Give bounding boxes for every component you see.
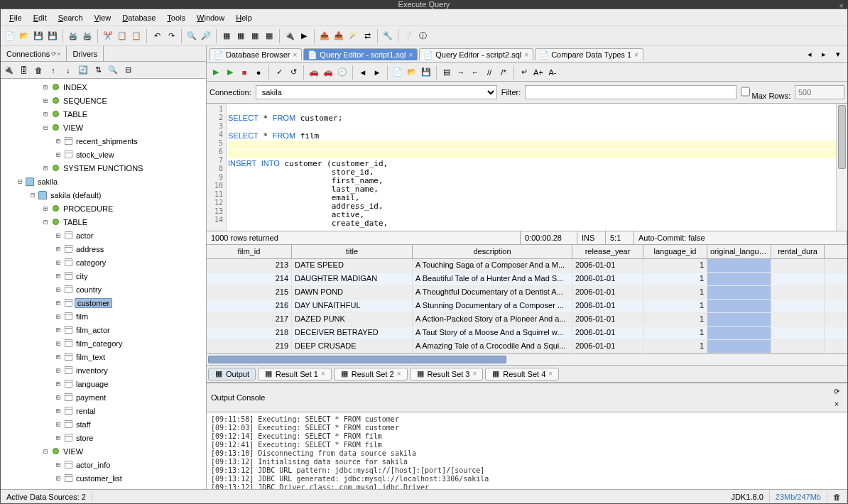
expand-icon[interactable]: ⊞: [55, 326, 62, 334]
next-icon[interactable]: ►: [371, 66, 384, 79]
save-icon[interactable]: 💾: [32, 30, 45, 43]
result-tab[interactable]: ▦Output: [208, 368, 256, 380]
result-tab-close-icon[interactable]: ×: [472, 370, 477, 378]
tree-item-view[interactable]: ⊟VIEW: [1, 444, 206, 458]
table-row[interactable]: 219DEEP CRUSADEA Amazing Tale of a Croco…: [207, 340, 847, 354]
expand-icon[interactable]: ⊞: [55, 420, 62, 428]
tab-close-icon[interactable]: ×: [634, 51, 638, 59]
expand-icon[interactable]: ⊞: [55, 245, 62, 253]
expand-icon[interactable]: ⊞: [55, 393, 62, 401]
column-header[interactable]: language_id: [643, 245, 707, 258]
expand-icon[interactable]: ⊞: [55, 407, 62, 415]
gc-icon[interactable]: 🗑: [827, 491, 847, 503]
delete-icon[interactable]: 🗑: [32, 64, 45, 77]
tree-item-country[interactable]: ⊞country: [1, 283, 206, 296]
result-tab[interactable]: ▦Result Set 2×: [334, 368, 408, 380]
commit-icon[interactable]: ✓: [273, 66, 286, 79]
result-tab[interactable]: ▦Result Set 1×: [258, 368, 332, 380]
expand-icon[interactable]: ⊞: [55, 285, 62, 293]
tab-next-icon[interactable]: ▸: [817, 48, 830, 61]
expand-icon[interactable]: ⊞: [55, 137, 62, 145]
import-icon[interactable]: 📥: [332, 30, 345, 43]
down-icon[interactable]: ↓: [62, 64, 75, 77]
grid-hscrollbar[interactable]: [207, 354, 847, 365]
font-dec-icon[interactable]: A-: [546, 66, 559, 79]
maxrows-checkbox[interactable]: [741, 84, 750, 99]
table-row[interactable]: 213DATE SPEEDA Touching Saga of a Compos…: [207, 259, 847, 273]
car2-icon[interactable]: 🚗: [322, 66, 335, 79]
tree-item-film-text[interactable]: ⊞film_text: [1, 350, 206, 363]
tree-item-store[interactable]: ⊞store: [1, 431, 206, 444]
menu-edit[interactable]: Edit: [28, 12, 53, 23]
tree-item-recent-shipments[interactable]: ⊞recent_shipments: [1, 134, 206, 148]
print-preview-icon[interactable]: 🖨️: [81, 30, 94, 43]
expand-icon[interactable]: ⊟: [42, 447, 49, 455]
result-tab[interactable]: ▦Result Set 3×: [410, 368, 484, 380]
expand-icon[interactable]: ⊞: [55, 380, 62, 388]
tree-item-sequence[interactable]: ⊞SEQUENCE: [1, 94, 206, 107]
sort-icon[interactable]: ⇅: [92, 64, 104, 77]
expand-icon[interactable]: ⊞: [55, 299, 62, 307]
result-tab[interactable]: ▦Result Set 4×: [485, 368, 559, 380]
tree-item-actor[interactable]: ⊞actor: [1, 229, 206, 242]
save-as-icon[interactable]: 💾: [46, 30, 59, 43]
maxrows-input[interactable]: [795, 85, 844, 99]
column-header[interactable]: original_languag...: [707, 245, 771, 258]
editor-save-icon[interactable]: 💾: [420, 66, 433, 79]
expand-icon[interactable]: ⊞: [42, 164, 49, 172]
output-pin-icon[interactable]: ⟳: [830, 385, 843, 398]
tree-item-customer[interactable]: ⊞customer: [1, 296, 206, 309]
pin-icon[interactable]: ⟳×: [51, 50, 60, 57]
tree-item-customer-list[interactable]: ⊞customer_list: [1, 471, 206, 485]
tree-item-film[interactable]: ⊞film: [1, 309, 206, 323]
prev-icon[interactable]: ◄: [357, 66, 369, 79]
new-file-icon[interactable]: 📄: [4, 30, 16, 43]
tree-item-payment[interactable]: ⊞payment: [1, 390, 206, 404]
drivers-tab[interactable]: Drivers: [67, 46, 104, 61]
menu-tools[interactable]: Tools: [161, 12, 191, 23]
wizard-icon[interactable]: 🪄: [347, 30, 359, 43]
expand-icon[interactable]: ⊞: [42, 204, 49, 212]
font-inc-icon[interactable]: A+: [532, 66, 545, 79]
uncomment-icon[interactable]: /*: [497, 66, 510, 79]
menu-search[interactable]: Search: [53, 12, 89, 23]
export-icon[interactable]: 📤: [318, 30, 331, 43]
editor-tab[interactable]: 📄Query Editor - script2.sql×: [419, 48, 533, 60]
rollback-icon[interactable]: ↺: [287, 66, 300, 79]
indent-left-icon[interactable]: ←: [469, 66, 482, 79]
tree-item-view[interactable]: ⊟VIEW: [1, 121, 206, 134]
expand-icon[interactable]: ⊞: [55, 312, 62, 320]
connection-select[interactable]: sakila: [256, 85, 497, 99]
paste-icon[interactable]: 📋: [130, 30, 143, 43]
open-icon[interactable]: 📂: [18, 30, 31, 43]
connect-icon[interactable]: 🔌: [2, 64, 15, 77]
editor-new-icon[interactable]: 📄: [391, 66, 404, 79]
car1-icon[interactable]: 🚗: [308, 66, 320, 79]
menu-window[interactable]: Window: [191, 12, 230, 23]
menu-database[interactable]: Database: [116, 12, 161, 23]
editor-tab[interactable]: 📄Compare Data Types 1×: [535, 48, 643, 60]
compare-icon[interactable]: ⇄: [361, 30, 374, 43]
scrollbar-thumb[interactable]: [838, 105, 846, 169]
cut-icon[interactable]: ✂️: [102, 30, 114, 43]
tree-item-sakila-default-[interactable]: ⊟sakila (default): [1, 188, 206, 202]
menu-file[interactable]: File: [4, 12, 28, 23]
run-step-icon[interactable]: ▶: [224, 66, 237, 79]
grid3-icon[interactable]: ▦: [249, 30, 261, 43]
output-close-icon[interactable]: ×: [830, 398, 843, 410]
expand-icon[interactable]: ⊞: [55, 339, 62, 347]
menu-help[interactable]: Help: [230, 12, 258, 23]
tree-item-language[interactable]: ⊞language: [1, 377, 206, 390]
expand-icon[interactable]: ⊞: [55, 231, 62, 239]
result-tab-close-icon[interactable]: ×: [397, 370, 401, 378]
connections-tree[interactable]: ⊞INDEX⊞SEQUENCE⊞TABLE⊟VIEW⊞recent_shipme…: [1, 79, 206, 489]
tab-close-icon[interactable]: ×: [293, 51, 298, 59]
editor-tab[interactable]: 📄Query Editor - script1.sql×: [303, 48, 418, 60]
expand-icon[interactable]: ⊞: [55, 434, 62, 442]
execute-icon[interactable]: ▶: [298, 30, 310, 43]
output-body[interactable]: [09:11:58] Executing: SELECT * FROM cust…: [207, 412, 847, 489]
expand-icon[interactable]: ⊞: [42, 83, 49, 91]
tree-item-stock-view[interactable]: ⊞stock_view: [1, 148, 206, 161]
tree-item-index[interactable]: ⊞INDEX: [1, 80, 206, 94]
stop-icon[interactable]: ■: [238, 66, 251, 79]
